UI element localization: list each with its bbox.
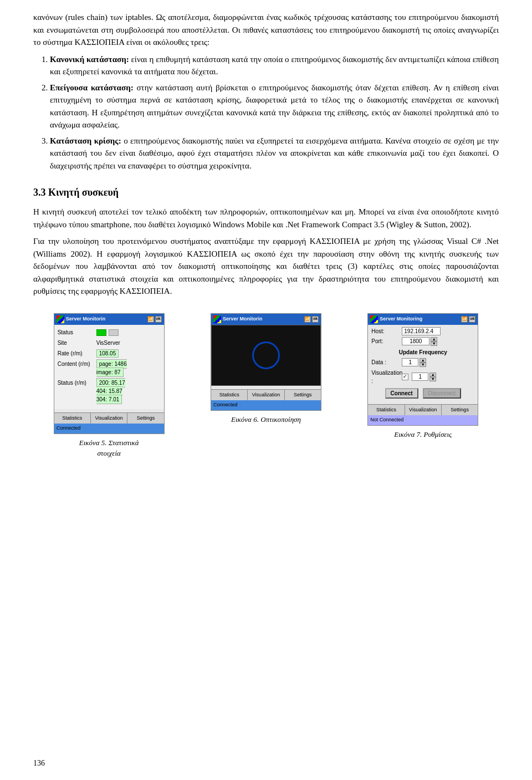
port-spinbox: ▲ ▼ [402,337,437,346]
data-spin-buttons: ▲ ▼ [420,358,426,367]
item1-title: Κανονική κατάσταση: [50,55,129,64]
caption-6: Εικόνα 6. Οπτικοποίηση [231,415,301,424]
data-label: Data : [371,358,402,366]
app-tabs-6: Statistics Visualization Settings [211,389,321,401]
disconnect-button[interactable]: Disconnect [423,388,461,399]
titlebar-right-7: 📶 ok [461,316,475,323]
status-bar-6: Connected [211,400,321,410]
figure-caption-5: Εικόνα 5. Στατιστικά στοιχεία [79,437,139,459]
states-list: Κανονική κατάσταση: είναι η επιθυμητή κα… [50,53,499,172]
viz-spinbox: ▲ ▼ [412,373,436,381]
viz-spin-buttons: ▲ ▼ [429,373,436,381]
content-row-5: Content (r/m) page: 1486 image: 87 [58,360,161,376]
section-para1: Η κινητή συσκευή αποτελεί τον τελικό απο… [33,206,499,231]
ok-btn-7[interactable]: ok [469,316,475,323]
tab-statistics-5[interactable]: Statistics [54,413,91,424]
viz-row: Visualization : ✓ ▲ ▼ [371,369,474,385]
data-input[interactable] [402,358,418,366]
data-spin-up[interactable]: ▲ [420,358,426,363]
titlebar-7: Server Monitoring 📶 ok [368,314,478,325]
intro-paragraph: κανόνων (rules chain) των iptables. Ως α… [33,11,499,49]
port-spin-down[interactable]: ▼ [431,341,437,346]
figure-6: Server Monitorin 📶 ok Statistics Visuali… [190,313,341,459]
item2-title: Επείγουσα κατάσταση: [50,83,134,92]
tab-statistics-6[interactable]: Statistics [211,390,248,401]
ok-btn-5[interactable]: ok [155,316,162,323]
status2-label-5: Status (r/m) [58,379,96,387]
section-para2: Για την υλοποίηση του προτεινόμενου συστ… [33,235,499,298]
figure-caption-6: Εικόνα 6. Οπτικοποίηση [231,414,301,425]
connect-button[interactable]: Connect [385,388,418,399]
caption-7: Εικόνα 7. Ρυθμίσεις [394,430,452,439]
tab-settings-6[interactable]: Settings [285,390,321,401]
viz-row-controls: ✓ ▲ ▼ [402,373,436,381]
status-row-5: Status [58,328,161,337]
viz-spin-down[interactable]: ▼ [429,377,436,381]
host-label: Host: [371,327,402,335]
port-input[interactable] [402,337,429,345]
host-row: Host: [371,327,474,335]
viz-input[interactable] [412,373,428,381]
figures-row: Server Monitorin 📶 ok Status Site [33,313,499,459]
tab-visualization-5[interactable]: Visualization [91,413,127,424]
status-label-5: Status [58,328,96,337]
tab-settings-5[interactable]: Settings [127,413,163,424]
viz-checkbox[interactable]: ✓ [402,374,408,380]
settings-content-7: Host: Port: ▲ ▼ Update Frequency Dat [368,325,478,401]
update-freq-title: Update Frequency [371,348,474,356]
status2-value-5: 200: 85.17 404: 15.87 304: 7.01 [96,379,161,404]
viz-circle [252,341,280,369]
status-green-indicator [96,329,106,336]
app-title-7: Server Monitoring [380,315,422,323]
rate-label-5: Rate (r/m) [58,349,96,358]
status-bar-5: Connected [54,424,164,434]
site-label-5: Site [58,339,96,347]
windows-logo-icon-6 [213,315,221,323]
titlebar-6: Server Monitorin 📶 ok [211,314,321,325]
data-spin-down[interactable]: ▼ [420,363,426,367]
data-row: Data : ▲ ▼ [371,358,474,367]
site-value-5: VisServer [96,339,161,347]
list-item-2: Επείγουσα κατάσταση: στην κατάσταση αυτή… [50,81,499,131]
rate-row-5: Rate (r/m) 108.05 [58,349,161,358]
app-title-6: Server Monitorin [223,315,263,323]
status-bar-7: Not Connected [368,415,478,425]
section-heading: 3.3 Κινητή συσκευή [33,185,499,200]
tab-statistics-7[interactable]: Statistics [368,405,405,416]
port-spin-buttons: ▲ ▼ [431,337,437,346]
connect-btn-row: Connect Disconnect [371,388,474,399]
content-value-5: page: 1486 image: 87 [96,360,161,376]
content-box-5: page: 1486 image: 87 [96,359,127,377]
tab-settings-7[interactable]: Settings [442,405,478,416]
titlebar-5: Server Monitorin 📶 ok [54,314,164,325]
viz-spin-up[interactable]: ▲ [429,373,436,377]
app-window-5: Server Monitorin 📶 ok Status Site [54,313,165,434]
titlebar-right-6: 📶 ok [304,316,319,323]
app-window-7: Server Monitoring 📶 ok Host: Port: [367,313,478,426]
rate-value-5: 108.05 [96,349,161,358]
tab-visualization-7[interactable]: Visualization [405,405,442,416]
app-tabs-7: Statistics Visualization Settings [368,404,478,416]
status-gray-indicator [109,329,119,336]
app-title-5: Server Monitorin [66,315,106,323]
ok-btn-6[interactable]: ok [312,316,319,323]
status2-box-5: 200: 85.17 404: 15.87 304: 7.01 [96,378,125,404]
list-item-1: Κανονική κατάσταση: είναι η επιθυμητή κα… [50,53,499,78]
port-row: Port: ▲ ▼ [371,337,474,346]
titlebar-left-6: Server Monitorin [213,315,263,323]
figure-5: Server Monitorin 📶 ok Status Site [33,313,185,459]
titlebar-left-7: Server Monitoring [370,315,422,323]
status-value-5 [96,328,161,337]
site-row-5: Site VisServer [58,339,161,347]
viz-label: Visualization : [371,369,402,385]
visualization-canvas [211,325,321,386]
windows-logo-icon [57,315,64,323]
rate-box-5: 108.05 [96,349,119,358]
port-spin-up[interactable]: ▲ [431,337,437,341]
titlebar-right-5: 📶 ok [147,316,162,323]
status2-row-5: Status (r/m) 200: 85.17 404: 15.87 304: … [58,379,161,404]
windows-logo-icon-7 [370,315,378,323]
tab-visualization-6[interactable]: Visualization [248,390,284,401]
host-input[interactable] [402,327,441,335]
app-content-5: Status Site VisServer Rate (r/m) 108.05 [54,325,164,409]
